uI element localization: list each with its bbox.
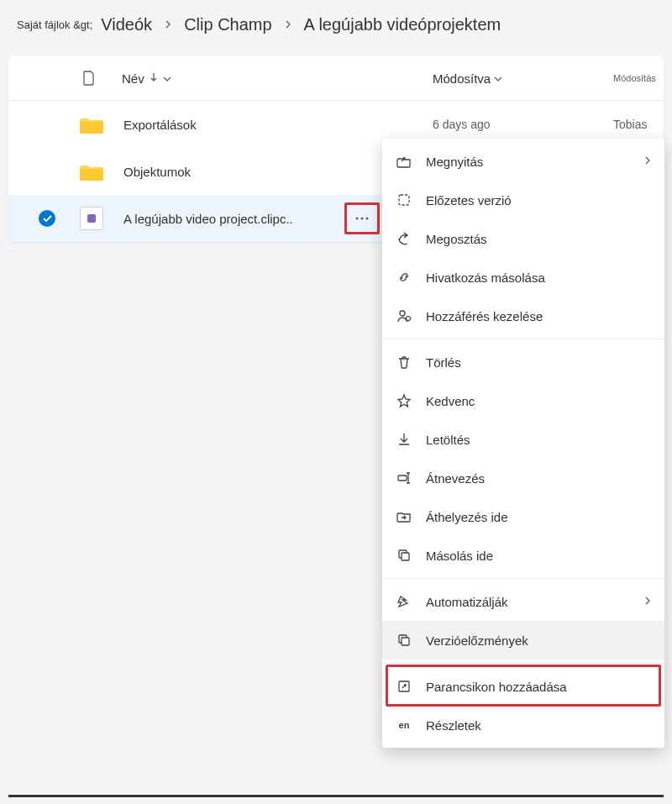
row-name[interactable]: A legújabb video project.clipc..	[123, 212, 293, 226]
share-icon	[396, 230, 412, 247]
column-header-name[interactable]: Név	[122, 71, 171, 86]
menu-item-move-to[interactable]: Áthelyezés ide	[382, 497, 664, 536]
details-icon: en	[396, 717, 412, 733]
menu-item-details[interactable]: en Részletek	[382, 706, 664, 744]
menu-item-copy-to[interactable]: Másolás ide	[382, 536, 664, 575]
menu-item-label: Letöltés	[426, 433, 651, 447]
breadcrumb-root[interactable]: Saját fájlok &gt;	[17, 18, 92, 31]
svg-point-4	[400, 311, 405, 316]
shortcut-icon	[396, 678, 412, 695]
menu-item-delete[interactable]: Törlés	[382, 343, 664, 381]
chevron-right-icon	[284, 19, 292, 31]
menu-item-label: Megosztás	[426, 232, 651, 246]
star-icon	[396, 392, 412, 409]
menu-item-open[interactable]: Megnyitás	[382, 142, 664, 181]
row-checkbox[interactable]	[39, 210, 55, 227]
menu-item-label: Átnevezés	[426, 471, 651, 486]
chevron-right-icon	[164, 19, 172, 31]
version-history-icon	[396, 632, 412, 649]
menu-item-rename[interactable]: Átnevezés	[382, 459, 664, 497]
menu-divider	[382, 663, 664, 664]
menu-item-label: Parancsikon hozzáadása	[426, 680, 651, 694]
rename-icon	[396, 470, 412, 486]
row-checkbox[interactable]	[39, 116, 55, 133]
breadcrumb-item-clipchamp[interactable]: Clip Champ	[184, 15, 271, 34]
row-name[interactable]: Objektumok	[123, 165, 191, 179]
manage-access-icon	[396, 307, 412, 324]
svg-rect-8	[402, 553, 409, 560]
menu-item-version-history[interactable]: Verzióelőzmények	[382, 621, 664, 659]
menu-item-label: Verzióelőzmények	[426, 633, 651, 648]
svg-point-5	[407, 317, 411, 321]
trash-icon	[396, 354, 412, 370]
chevron-right-icon	[644, 596, 651, 608]
svg-rect-6	[398, 476, 407, 481]
menu-item-label: Másolás ide	[426, 549, 651, 563]
menu-divider	[382, 578, 664, 579]
column-header-modified-label: Módosítva	[433, 71, 491, 86]
menu-item-label: Hivatkozás másolása	[426, 271, 651, 285]
menu-item-label: Hozzáférés kezelése	[426, 309, 651, 323]
en-badge: en	[399, 720, 410, 730]
svg-point-0	[356, 218, 359, 220]
menu-item-label: Megnyitás	[426, 155, 644, 169]
svg-point-2	[366, 218, 369, 220]
sort-arrow-icon	[150, 72, 158, 85]
clipchamp-file-icon	[80, 207, 112, 230]
menu-item-label: Törlés	[426, 355, 651, 370]
more-actions-button[interactable]	[344, 202, 380, 234]
menu-item-automate[interactable]: Automatizálják	[382, 582, 664, 621]
row-modified: 6 days ago	[433, 118, 491, 131]
menu-item-copy-link[interactable]: Hivatkozás másolása	[382, 258, 664, 297]
svg-rect-3	[399, 195, 409, 205]
menu-item-label: Automatizálják	[426, 595, 644, 609]
context-menu: Megnyitás Előzetes verzió Megosztás Hiva…	[382, 139, 664, 748]
file-type-icon	[81, 68, 97, 88]
chevron-down-icon	[494, 74, 502, 83]
menu-item-manage-access[interactable]: Hozzáférés kezelése	[382, 297, 664, 335]
column-header-modified[interactable]: Módosítva	[433, 71, 502, 86]
svg-rect-10	[402, 638, 409, 645]
column-header-modified-by[interactable]: Módosítás	[613, 73, 656, 83]
menu-item-preview[interactable]: Előzetes verzió	[382, 181, 664, 219]
menu-item-label: Kedvenc	[426, 394, 651, 408]
column-header-name-label: Név	[122, 71, 144, 86]
menu-item-label: Áthelyezés ide	[426, 510, 651, 524]
link-icon	[396, 269, 412, 286]
open-icon	[396, 153, 412, 170]
folder-icon	[80, 162, 112, 181]
row-checkbox[interactable]	[39, 163, 55, 180]
menu-item-label: Részletek	[426, 718, 651, 733]
table-header: Név Módosítva Módosítás	[8, 56, 664, 101]
menu-divider	[382, 339, 664, 339]
chevron-right-icon	[644, 155, 651, 168]
chevron-down-icon	[163, 74, 171, 83]
download-icon	[396, 431, 412, 448]
copy-icon	[396, 547, 412, 564]
folder-icon	[80, 115, 112, 134]
bottom-border	[8, 795, 664, 797]
menu-item-download[interactable]: Letöltés	[382, 420, 664, 459]
breadcrumb-item-current[interactable]: A legújabb videóprojektem	[304, 15, 501, 34]
svg-point-1	[361, 218, 364, 220]
move-to-icon	[396, 508, 412, 525]
automate-icon	[396, 593, 412, 610]
menu-item-share[interactable]: Megosztás	[382, 219, 664, 258]
menu-item-label: Előzetes verzió	[426, 193, 651, 208]
breadcrumb-item-videos[interactable]: Videók	[101, 15, 152, 34]
breadcrumb: Saját fájlok &gt; Videók Clip Champ A le…	[0, 0, 672, 50]
row-modified-by: Tobias	[613, 118, 647, 131]
preview-icon	[396, 192, 412, 208]
menu-item-add-shortcut[interactable]: Parancsikon hozzáadása	[382, 667, 664, 706]
row-name[interactable]: Exportálások	[123, 118, 197, 132]
menu-item-favorite[interactable]: Kedvenc	[382, 381, 664, 420]
